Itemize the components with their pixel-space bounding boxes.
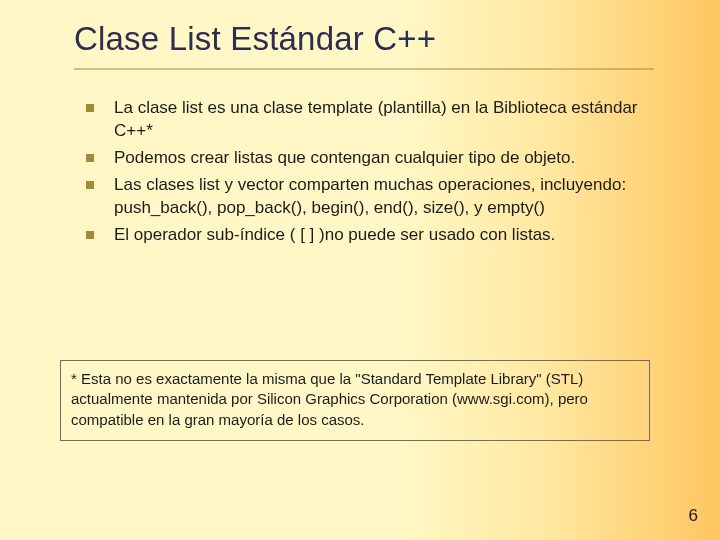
footnote-text: * Esta no es exactamente la misma que la…: [71, 369, 639, 430]
bullet-list: La clase list es una clase template (pla…: [86, 97, 646, 251]
bullet-text: El operador sub-índice ( [ ] )no puede s…: [114, 224, 646, 247]
title-underline: [74, 68, 654, 70]
list-item: Podemos crear listas que contengan cualq…: [86, 147, 646, 170]
footnote-box: * Esta no es exactamente la misma que la…: [60, 360, 650, 441]
slide-title: Clase List Estándar C++: [74, 20, 436, 58]
bullet-text: La clase list es una clase template (pla…: [114, 97, 646, 143]
square-bullet-icon: [86, 181, 94, 189]
page-number: 6: [689, 506, 698, 526]
square-bullet-icon: [86, 231, 94, 239]
bullet-text: Las clases list y vector comparten mucha…: [114, 174, 646, 220]
slide: Clase List Estándar C++ La clase list es…: [0, 0, 720, 540]
square-bullet-icon: [86, 104, 94, 112]
bullet-text: Podemos crear listas que contengan cualq…: [114, 147, 646, 170]
list-item: El operador sub-índice ( [ ] )no puede s…: [86, 224, 646, 247]
list-item: La clase list es una clase template (pla…: [86, 97, 646, 143]
square-bullet-icon: [86, 154, 94, 162]
list-item: Las clases list y vector comparten mucha…: [86, 174, 646, 220]
